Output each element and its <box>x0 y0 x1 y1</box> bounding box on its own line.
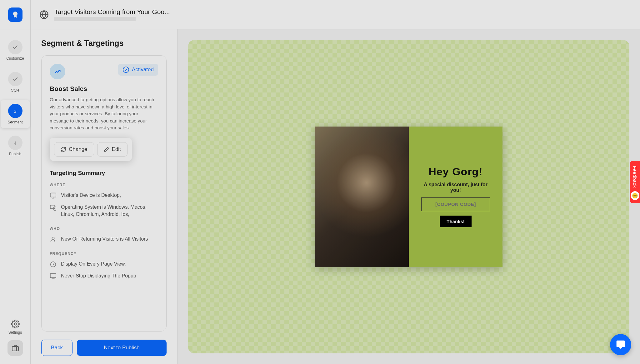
thanks-button[interactable]: Thanks! <box>440 216 472 227</box>
who-row: New Or Returning Visitors is All Visitor… <box>50 235 158 243</box>
user-icon <box>50 236 57 243</box>
where-row: Visitor's Device is Desktop, <box>50 192 158 199</box>
nav-rail: Customize Style 3 Segment 4 Publish Sett… <box>0 29 31 364</box>
history-icon <box>50 261 57 268</box>
monitor-icon <box>50 192 57 199</box>
pencil-icon <box>104 147 109 152</box>
check-icon <box>12 44 18 50</box>
change-button[interactable]: Change <box>54 142 94 157</box>
chat-fab[interactable] <box>610 334 631 355</box>
app-logo[interactable] <box>0 0 31 29</box>
coupon-input[interactable] <box>421 197 490 211</box>
popup-image <box>315 127 409 267</box>
feedback-emoji-icon: 😊 <box>631 191 639 200</box>
svg-rect-2 <box>12 347 18 351</box>
check-circle-icon <box>122 66 129 73</box>
settings-label: Settings <box>8 330 22 335</box>
card-title: Boost Sales <box>50 85 158 92</box>
preview-area: Hey Gorg! A special discount, just for y… <box>178 29 640 364</box>
page-subtitle-placeholder <box>54 17 136 21</box>
briefcase-button[interactable] <box>8 340 23 356</box>
nav-step-publish[interactable]: 4 Publish <box>1 132 30 160</box>
card-desc: Our advanced targeting options allow you… <box>50 96 158 132</box>
page-title: Target Visitors Coming from Your Goo... <box>54 8 170 16</box>
display-icon <box>50 273 57 280</box>
devices-icon <box>50 204 57 211</box>
refresh-icon <box>61 147 66 152</box>
popup-subheading: A special discount, just for you! <box>418 182 493 193</box>
svg-point-1 <box>14 323 16 325</box>
who-label: WHO <box>50 227 158 231</box>
summary-title: Targeting Summary <box>50 170 158 177</box>
segment-panel: Segment & Targetings Activated Boost Sal… <box>31 29 178 364</box>
briefcase-icon <box>12 344 19 352</box>
nav-step-segment[interactable]: 3 Segment <box>1 100 30 128</box>
panel-title: Segment & Targetings <box>41 39 167 48</box>
activated-badge: Activated <box>118 64 158 76</box>
svg-rect-10 <box>50 274 56 278</box>
edit-button[interactable]: Edit <box>97 142 128 157</box>
check-icon <box>12 76 18 82</box>
svg-point-3 <box>123 67 129 72</box>
segment-card: Activated Boost Sales Our advanced targe… <box>41 55 167 332</box>
trend-chip <box>50 64 65 79</box>
back-button[interactable]: Back <box>41 340 72 356</box>
where-label: WHERE <box>50 183 158 187</box>
frequency-row: Never Stop Displaying The Popup <box>50 272 158 280</box>
preview-canvas: Hey Gorg! A special discount, just for y… <box>188 40 629 353</box>
svg-point-9 <box>52 237 54 239</box>
frequency-label: FREQUENCY <box>50 252 158 256</box>
gear-icon[interactable] <box>11 320 20 328</box>
frequency-row: Display On Every Page View. <box>50 260 158 268</box>
popup-heading: Hey Gorg! <box>428 166 482 177</box>
popup-preview: Hey Gorg! A special discount, just for y… <box>315 127 502 267</box>
svg-rect-4 <box>50 193 56 197</box>
logo-icon <box>12 11 19 18</box>
action-popover: Change Edit <box>50 138 132 161</box>
trending-up-icon <box>54 68 61 75</box>
feedback-tab[interactable]: Feedback 😊 <box>630 161 640 203</box>
chat-icon <box>616 340 626 350</box>
where-row: Operating System is Windows, Macos, Linu… <box>50 203 158 218</box>
next-button[interactable]: Next to Publish <box>77 340 167 356</box>
top-header: Target Visitors Coming from Your Goo... <box>0 0 640 29</box>
nav-step-style[interactable]: Style <box>1 68 30 96</box>
nav-step-customize[interactable]: Customize <box>1 36 30 64</box>
globe-icon <box>39 10 49 19</box>
